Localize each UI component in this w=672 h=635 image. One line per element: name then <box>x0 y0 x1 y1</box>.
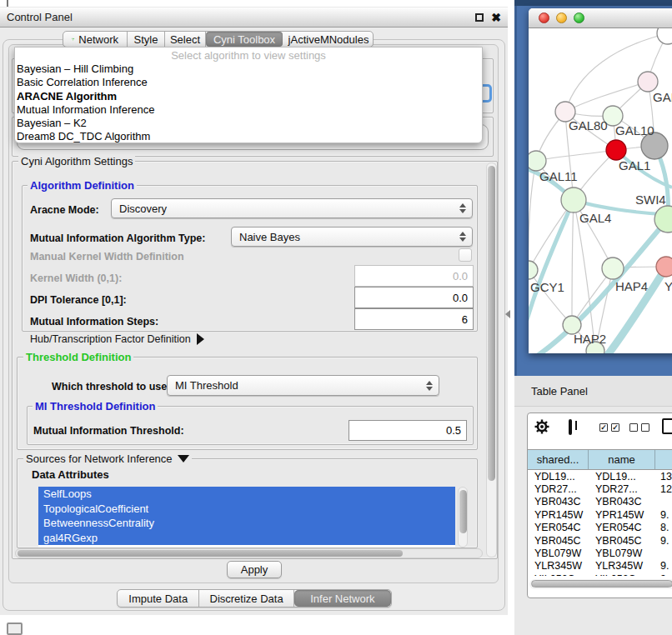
mi-type-combo[interactable]: Naive Bayes <box>231 227 473 247</box>
dropdown-placeholder[interactable]: Select algorithm to view settings <box>15 48 482 62</box>
close-traffic-light-icon[interactable] <box>539 12 549 23</box>
network-window-titlebar[interactable] <box>529 8 672 28</box>
dpi-tolerance-field[interactable]: 0.0 <box>354 287 474 308</box>
float-window-icon[interactable] <box>475 13 484 22</box>
export-table-icon[interactable] <box>662 418 672 434</box>
sources-collapse-arrow-icon[interactable] <box>178 455 189 462</box>
table-row[interactable]: YBR045CYBR045C9. <box>528 534 672 547</box>
aracne-mode-combo[interactable]: Discovery <box>111 198 473 218</box>
table-panel-title: Table Panel <box>531 385 588 398</box>
mi-threshold-field[interactable]: 0.5 <box>349 420 467 441</box>
control-panel-titlebar[interactable]: Control Panel ✖ <box>0 7 508 28</box>
threshold-definition-title: Threshold Definition <box>23 351 133 363</box>
table-panel-titlebar: Table Panel <box>514 376 672 407</box>
hub-expand-arrow-icon[interactable] <box>197 333 204 345</box>
manual-kernel-label: Manual Kernel Width Definition <box>30 251 184 262</box>
data-attributes-list[interactable]: SelfLoops TopologicalCoefficient Between… <box>38 487 455 548</box>
settings-vscrollbar-thumb[interactable] <box>488 166 495 481</box>
tab-discretize-data[interactable]: Discretize Data <box>199 590 293 607</box>
dropdown-item[interactable]: Basic Correlation Inference <box>15 76 482 89</box>
svg-text:GAL80: GAL80 <box>569 118 608 132</box>
zoom-traffic-light-icon[interactable] <box>574 12 584 23</box>
node-hap4[interactable] <box>602 258 624 279</box>
network-nodes[interactable] <box>529 28 672 353</box>
network-canvas[interactable]: GAL GAL80 GAL10 GAL1 GAL11 SWI4 GAL4 HAP… <box>529 28 672 353</box>
dpi-tolerance-label: DPI Tolerance [0,1]: <box>30 294 127 306</box>
node[interactable] <box>638 72 658 92</box>
desktop-top-band <box>514 0 672 6</box>
kernel-width-label: Kernel Width (0,1): <box>30 272 122 284</box>
settings-vscrollbar[interactable] <box>486 162 497 558</box>
column-header-shared[interactable]: shared... <box>528 450 589 469</box>
kernel-width-field[interactable]: 0.0 <box>354 265 474 287</box>
panel-splitter-arrow-icon[interactable] <box>505 310 510 318</box>
dropdown-item[interactable]: Bayesian – K2 <box>15 117 482 130</box>
tab-select[interactable]: Select <box>165 32 206 47</box>
apply-button[interactable]: Apply <box>227 561 282 578</box>
tab-jactivemnodules[interactable]: jActiveMNodules <box>283 32 374 47</box>
tab-network[interactable]: Network <box>63 32 128 47</box>
dropdown-item[interactable]: Dream8 DC_TDC Algorithm <box>15 130 482 143</box>
combo-arrows-icon <box>426 381 433 391</box>
table-row[interactable]: YLR345WYLR345W9. <box>528 560 672 572</box>
list-item[interactable]: BetweennessCentrality <box>38 516 455 531</box>
node-salmon[interactable] <box>656 257 672 277</box>
dropdown-item[interactable]: Mutual Information Inference <box>15 103 482 117</box>
svg-text:HAP2: HAP2 <box>574 332 606 346</box>
tab-infer-network[interactable]: Infer Network <box>294 590 391 607</box>
select-all-columns-icon[interactable]: ✓✓ <box>599 423 619 432</box>
table-row[interactable]: YPR145WYPR145W9. <box>528 508 672 521</box>
table-row[interactable]: YER054CYER054C8. <box>528 522 672 534</box>
mi-steps-field[interactable]: 6 <box>354 308 474 330</box>
close-icon[interactable]: ✖ <box>491 13 501 22</box>
data-attributes-label: Data Attributes <box>32 468 109 481</box>
mi-steps-label: Mutual Information Steps: <box>30 316 158 328</box>
table-row[interactable]: YDR27...YDR27...12 <box>528 482 672 495</box>
dropdown-item-highlighted[interactable]: ARACNE Algorithm <box>15 90 482 103</box>
dropdown-item[interactable]: Bayesian – Hill Climbing <box>15 62 482 76</box>
table-rows: YDL19...YDL19...13 YDR27...YDR27...12 YB… <box>528 470 672 576</box>
tab-impute-data[interactable]: Impute Data <box>118 590 199 607</box>
combo-arrows-icon <box>459 232 466 242</box>
sources-title-row: Sources for Network Inference <box>23 452 192 465</box>
manual-kernel-checkbox[interactable] <box>459 248 472 262</box>
settings-hscrollbar[interactable] <box>15 548 483 558</box>
list-item[interactable]: TopologicalCoefficient <box>38 502 455 517</box>
which-threshold-combo[interactable]: MI Threshold <box>167 375 439 396</box>
table-hscrollbar[interactable] <box>529 579 672 589</box>
table-hscrollbar-thumb[interactable] <box>531 580 672 588</box>
node-gal4[interactable] <box>561 188 586 212</box>
node-gal1-selected[interactable] <box>606 140 626 160</box>
table-row[interactable]: YBR043CYBR043C <box>528 496 672 508</box>
network-icon <box>72 34 74 44</box>
node-gcy1[interactable] <box>529 261 538 279</box>
tab-cyni-toolbox[interactable]: Cyni Toolbox <box>206 32 283 47</box>
svg-text:GAL10: GAL10 <box>615 123 654 138</box>
gear-icon[interactable] <box>534 419 549 434</box>
algorithm-definition-title: Algorithm Definition <box>28 179 137 192</box>
column-header-name[interactable]: name <box>589 450 655 469</box>
minimized-panel-icon[interactable] <box>7 622 23 635</box>
column-header-partial[interactable] <box>655 450 672 469</box>
list-item[interactable]: SelfLoops <box>38 487 455 502</box>
attributes-vscrollbar-thumb[interactable] <box>459 490 467 533</box>
table-row[interactable]: YBL079WYBL079W <box>528 547 672 559</box>
tab-style[interactable]: Style <box>128 32 165 47</box>
minimize-traffic-light-icon[interactable] <box>556 12 567 23</box>
attributes-vscrollbar[interactable] <box>458 487 468 548</box>
node-gal11[interactable] <box>529 151 546 171</box>
svg-text:SWI4: SWI4 <box>635 192 666 207</box>
list-item[interactable]: gal4RGexp <box>38 531 455 546</box>
columns-icon[interactable] <box>569 419 572 435</box>
node[interactable] <box>657 28 672 44</box>
svg-text:GAL11: GAL11 <box>539 169 578 183</box>
settings-hscrollbar-thumb[interactable] <box>18 550 403 557</box>
hub-definition-row[interactable]: Hub/Transcription Factor Definition <box>30 333 204 345</box>
control-panel-tabs: Network Style Select Cyni Toolbox jActiv… <box>63 31 374 48</box>
hub-definition-label[interactable]: Hub/Transcription Factor Definition <box>30 333 191 345</box>
control-panel-title: Control Panel <box>7 11 73 23</box>
table-row[interactable]: YIL052CYIL052C9 <box>528 572 672 576</box>
table-row[interactable]: YDL19...YDL19...13 <box>528 470 672 482</box>
deselect-all-columns-icon[interactable] <box>629 423 649 432</box>
algorithm-dropdown: Select algorithm to view settings Bayesi… <box>14 47 483 143</box>
